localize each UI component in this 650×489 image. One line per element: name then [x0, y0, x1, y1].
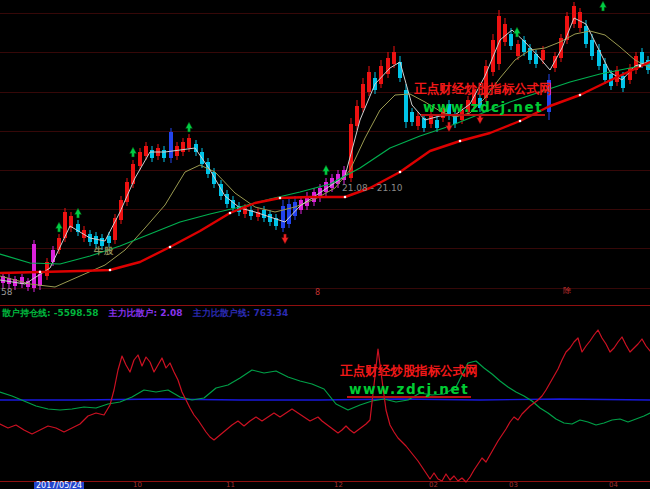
price-axis-fragment: 58	[1, 287, 12, 297]
watermark-title: 正点财经炒股指标公式网	[413, 81, 553, 97]
axis-tick: 11	[226, 482, 235, 489]
watermark-url: www.zdcj.net	[421, 100, 545, 116]
watermark-top: 正点财经炒股指标公式网 www.zdcj.net	[413, 81, 553, 116]
axis-tick: 02	[429, 482, 438, 489]
axis-tick: 04	[609, 482, 618, 489]
axis-tick: 12	[334, 482, 343, 489]
event-mark: 8	[315, 289, 320, 297]
axis-tick: 10	[133, 482, 142, 489]
watermark-url: www.zdcj.net	[347, 382, 471, 398]
watermark-bottom: 正点财经炒股指标公式网 www.zdcj.net	[338, 363, 480, 398]
watermark-title: 正点财经炒股指标公式网	[338, 363, 480, 379]
axis-ticks: 101112020304	[0, 482, 650, 489]
indicator-main-vs-retail-line: 主力比散户线: 763.34	[193, 308, 288, 318]
axis-tick: 03	[509, 482, 518, 489]
price-range-label: 21.08 - 21.10	[342, 183, 403, 193]
indicator-main-vs-retail: 主力比散户: 2.08	[109, 308, 183, 318]
indicator-retail-position: 散户持仓线: -5598.58	[2, 308, 98, 318]
bull-stock-tag: 牛股	[94, 245, 114, 258]
indicator-header: 散户持仓线: -5598.58 主力比散户: 2.08 主力比散户线: 763.…	[2, 307, 295, 320]
event-mark: 除	[563, 287, 571, 295]
stock-chart-screen: 58 牛股 21.08 - 21.10 正点财经炒股指标公式网 www.zdcj…	[0, 0, 650, 489]
